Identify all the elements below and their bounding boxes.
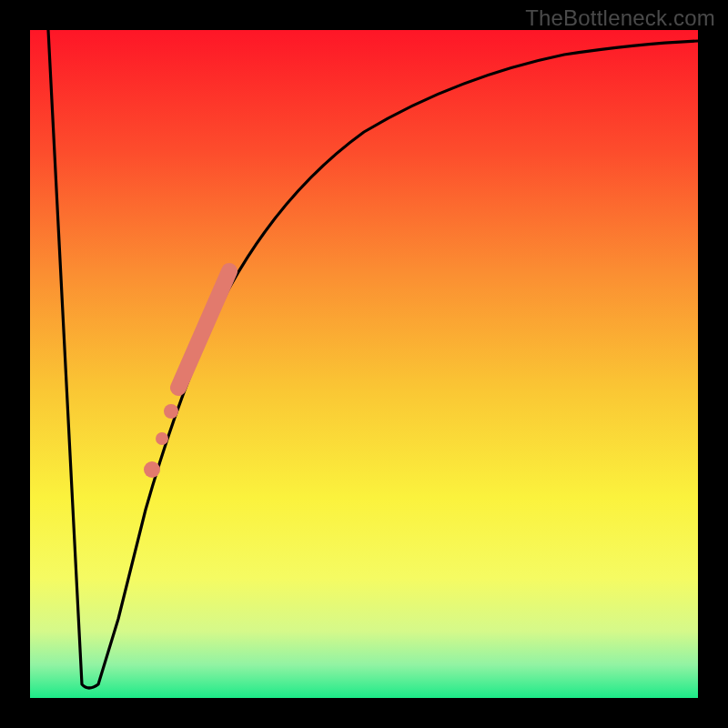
plot-area bbox=[30, 30, 698, 698]
watermark-text: TheBottleneck.com bbox=[525, 5, 715, 31]
marker-dot bbox=[156, 432, 168, 445]
marker-dot bbox=[144, 461, 160, 478]
chart-svg bbox=[0, 0, 728, 728]
marker-dot bbox=[164, 404, 178, 419]
chart-frame: TheBottleneck.com bbox=[0, 0, 728, 728]
